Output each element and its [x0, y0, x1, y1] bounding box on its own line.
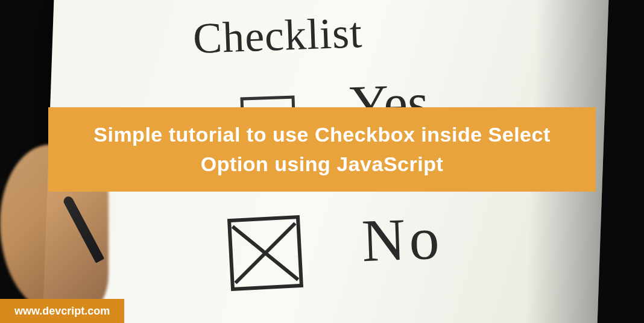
url-text: www.devcript.com [14, 305, 110, 318]
handwritten-no: No [361, 204, 444, 276]
checkbox-checked-icon [227, 215, 303, 291]
url-banner: www.devcript.com [0, 299, 124, 323]
title-banner: Simple tutorial to use Checkbox inside S… [48, 107, 596, 192]
banner-title-text: Simple tutorial to use Checkbox inside S… [72, 120, 572, 180]
handwritten-title: Checklist [192, 8, 364, 64]
